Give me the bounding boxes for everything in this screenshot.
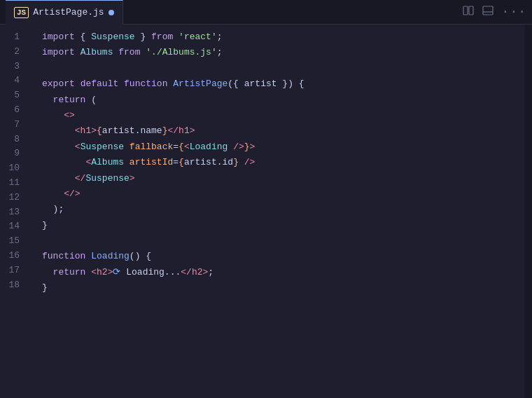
code-line-5: return ( [36, 93, 525, 109]
line-num-18: 18 [0, 278, 25, 293]
code-line-11: </> [36, 187, 525, 203]
line-num-3: 3 [0, 60, 25, 74]
code-line-6: <> [36, 109, 525, 124]
code-line-3 [36, 62, 525, 77]
editor-area: 1 2 3 4 5 6 7 8 9 10 11 12 13 14 15 16 1… [0, 25, 532, 398]
split-editor-icon[interactable] [463, 5, 474, 20]
editor-window: JS ArtistPage.js ··· 1 2 [0, 0, 532, 398]
unsaved-indicator [108, 10, 114, 15]
code-editor[interactable]: import { Suspense } from 'react'; import… [34, 25, 525, 398]
code-line-1: import { Suspense } from 'react'; [36, 30, 525, 46]
line-num-11: 11 [0, 176, 25, 191]
line-num-14: 14 [0, 219, 25, 234]
line-num-1: 1 [0, 30, 25, 45]
line-num-9: 9 [0, 146, 25, 161]
code-line-17: } [36, 281, 525, 296]
code-line-4: export default function ArtistPage({ art… [36, 77, 525, 92]
code-line-10: </Suspense> [36, 172, 525, 187]
line-num-10: 10 [0, 161, 25, 176]
line-num-4: 4 [0, 74, 25, 88]
tab-bar: JS ArtistPage.js ··· [0, 0, 532, 25]
svg-rect-0 [463, 6, 468, 15]
code-line-13: } [36, 219, 525, 234]
line-num-17: 17 [0, 263, 25, 278]
more-options-icon[interactable]: ··· [502, 5, 526, 19]
code-line-15: function Loading() { [36, 249, 525, 265]
line-num-12: 12 [0, 191, 25, 205]
active-tab[interactable]: JS ArtistPage.js [6, 0, 123, 25]
tab-filename: ArtistPage.js [33, 7, 104, 18]
code-line-9: <Albums artistId={artist.id} /> [36, 156, 525, 171]
line-num-13: 13 [0, 205, 25, 220]
code-line-2: import Albums from './Albums.js'; [36, 46, 525, 61]
line-num-6: 6 [0, 103, 25, 118]
line-num-7: 7 [0, 118, 25, 132]
svg-rect-2 [483, 6, 493, 15]
code-line-12: ); [36, 203, 525, 218]
svg-rect-1 [469, 6, 473, 15]
line-num-8: 8 [0, 132, 25, 147]
line-num-15: 15 [0, 234, 25, 249]
line-numbers: 1 2 3 4 5 6 7 8 9 10 11 12 13 14 15 16 1… [0, 25, 34, 398]
code-line-8: <Suspense fallback={<Loading />}> [36, 140, 525, 156]
code-line-7: <h1>{artist.name}</h1> [36, 124, 525, 139]
toggle-panel-icon[interactable] [482, 5, 493, 20]
code-line-14 [36, 234, 525, 249]
scrollbar[interactable] [525, 25, 532, 398]
line-num-2: 2 [0, 45, 25, 60]
toolbar-right: ··· [463, 5, 526, 20]
line-num-16: 16 [0, 249, 25, 263]
js-language-icon: JS [14, 7, 29, 18]
line-num-5: 5 [0, 88, 25, 103]
code-line-18 [36, 297, 525, 313]
code-line-16: return <h2>⟳ Loading...</h2>; [36, 266, 525, 281]
